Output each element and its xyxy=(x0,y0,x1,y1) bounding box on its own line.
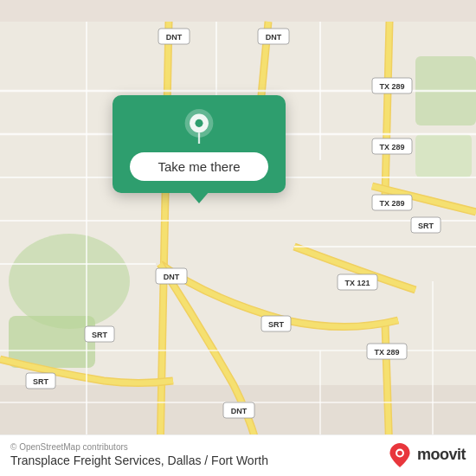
svg-rect-4 xyxy=(415,134,472,177)
svg-text:DNT: DNT xyxy=(164,273,180,281)
svg-text:SRT: SRT xyxy=(92,331,108,339)
svg-point-1 xyxy=(9,234,130,329)
location-card: Take me there xyxy=(113,95,286,193)
svg-point-57 xyxy=(397,450,402,455)
map-container: DNT DNT DNT DNT TX 289 TX 289 TX 289 TX … xyxy=(0,0,476,476)
moovit-logo: moovit xyxy=(388,443,466,467)
svg-text:TX 289: TX 289 xyxy=(379,199,404,208)
moovit-pin-icon xyxy=(388,443,412,467)
map-attribution: © OpenStreetMap contributors xyxy=(10,442,268,452)
svg-rect-2 xyxy=(9,316,95,368)
svg-text:TX 289: TX 289 xyxy=(379,82,404,91)
moovit-brand-text: moovit xyxy=(417,446,466,464)
svg-text:SRT: SRT xyxy=(268,320,285,329)
location-pin-icon xyxy=(182,109,216,144)
bottom-bar: © OpenStreetMap contributors Transplace … xyxy=(0,434,476,476)
svg-text:SRT: SRT xyxy=(33,377,49,386)
svg-text:TX 289: TX 289 xyxy=(374,348,399,357)
svg-point-55 xyxy=(195,119,203,127)
svg-text:TX 121: TX 121 xyxy=(344,279,370,287)
svg-text:DNT: DNT xyxy=(166,33,183,42)
svg-text:TX 289: TX 289 xyxy=(379,143,404,151)
svg-text:SRT: SRT xyxy=(418,222,434,230)
company-name: Transplace Freight Services, Dallas / Fo… xyxy=(10,453,268,467)
bottom-bar-info: © OpenStreetMap contributors Transplace … xyxy=(10,442,268,467)
svg-text:DNT: DNT xyxy=(266,33,282,42)
take-me-there-button[interactable]: Take me there xyxy=(130,152,268,181)
map-svg: DNT DNT DNT DNT TX 289 TX 289 TX 289 TX … xyxy=(0,0,476,476)
svg-text:DNT: DNT xyxy=(231,407,248,415)
